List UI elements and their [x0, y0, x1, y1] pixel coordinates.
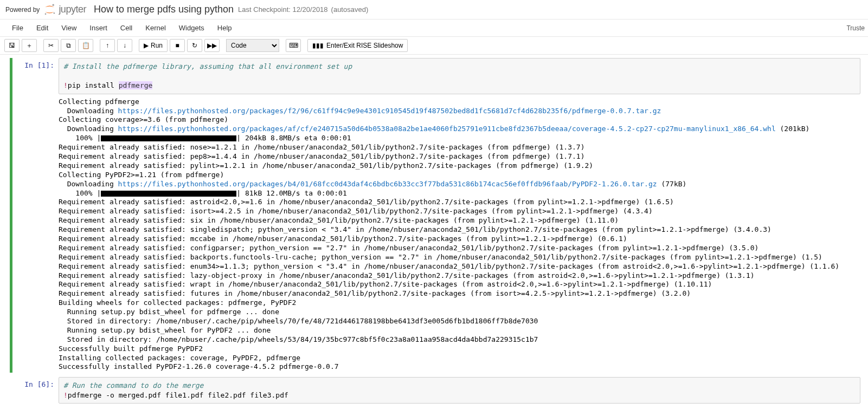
progress-bar: [101, 191, 236, 197]
command-palette-button[interactable]: ⌨: [286, 39, 301, 52]
code-cell-2[interactable]: In [6]: # Run the command to do the merg…: [10, 377, 868, 404]
menubar: File Edit View Insert Cell Kernel Widget…: [0, 20, 868, 37]
code-input[interactable]: # Run the command to do the merge !pdfme…: [59, 377, 860, 404]
input-prompt: In [1]:: [10, 58, 59, 373]
menu-widgets[interactable]: Widgets: [172, 21, 211, 35]
keyboard-icon: ⌨: [289, 42, 298, 49]
restart-button[interactable]: ↻: [187, 39, 202, 52]
svg-point-1: [53, 4, 54, 6]
menu-insert[interactable]: Insert: [83, 21, 114, 35]
checkpoint-label: Last Checkpoint: 12/20/2018: [238, 5, 328, 14]
notebook-title[interactable]: How to merge pdfs using python: [94, 4, 234, 15]
menu-cell[interactable]: Cell: [114, 21, 139, 35]
cut-icon: ✂: [48, 42, 54, 49]
restart-icon: ↻: [192, 42, 197, 49]
run-label: Run: [151, 42, 163, 49]
cell-output: Collecting pdfmerge Downloading https://…: [59, 94, 860, 373]
fast-forward-icon: ▶▶: [207, 42, 217, 49]
interrupt-button[interactable]: ■: [170, 39, 185, 52]
move-down-button[interactable]: ↓: [117, 39, 132, 52]
autosaved-label: (autosaved): [331, 5, 369, 14]
move-up-button[interactable]: ↑: [100, 39, 115, 52]
download-link-coverage[interactable]: https://files.pythonhosted.org/packages/…: [118, 125, 776, 133]
rise-slideshow-button[interactable]: ▮▮▮Enter/Exit RISE Slideshow: [307, 39, 408, 52]
download-link-pdfmerge[interactable]: https://files.pythonhosted.org/packages/…: [118, 107, 661, 115]
paste-icon: 📋: [82, 42, 90, 49]
menu-file[interactable]: File: [5, 21, 30, 35]
cut-button[interactable]: ✂: [43, 39, 59, 52]
jupyter-logo-text: jupyter: [59, 4, 86, 15]
menu-kernel[interactable]: Kernel: [139, 21, 172, 35]
jupyter-icon: [43, 3, 56, 16]
code-cell-1[interactable]: In [1]: # Install the pdfmerge library, …: [10, 58, 868, 373]
save-icon: 🖫: [9, 42, 15, 49]
menu-view[interactable]: View: [55, 21, 83, 35]
arrow-up-icon: ↑: [106, 42, 109, 49]
copy-button[interactable]: ⧉: [61, 39, 76, 52]
svg-point-3: [54, 12, 55, 14]
jupyter-logo[interactable]: jupyter: [43, 3, 86, 16]
code-input[interactable]: # Install the pdfmerge library, assuming…: [59, 58, 860, 94]
restart-run-all-button[interactable]: ▶▶: [204, 39, 220, 52]
add-cell-button[interactable]: ＋: [22, 39, 37, 52]
run-button[interactable]: ▶Run: [139, 39, 168, 52]
arrow-down-icon: ↓: [123, 42, 126, 49]
run-icon: ▶: [144, 42, 149, 49]
save-button[interactable]: 🖫: [4, 39, 20, 52]
stop-icon: ■: [175, 42, 179, 49]
toolbar: 🖫 ＋ ✂ ⧉ 📋 ↑ ↓ ▶Run ■ ↻ ▶▶ Code ⌨ ▮▮▮Ente…: [0, 37, 868, 55]
trusted-indicator[interactable]: Truste: [846, 24, 865, 32]
svg-point-2: [45, 14, 47, 15]
input-prompt: In [6]:: [10, 377, 59, 404]
bar-chart-icon: ▮▮▮: [312, 42, 324, 49]
slideshow-label: Enter/Exit RISE Slideshow: [326, 42, 403, 49]
menu-help[interactable]: Help: [211, 21, 239, 35]
menu-edit[interactable]: Edit: [30, 21, 55, 35]
header-bar: Powered by jupyter How to merge pdfs usi…: [0, 0, 868, 20]
notebook-container: In [1]: # Install the pdfmerge library, …: [0, 55, 868, 416]
celltype-select[interactable]: Code: [226, 39, 279, 52]
paste-button[interactable]: 📋: [78, 39, 93, 52]
powered-by-label: Powered by: [5, 6, 40, 14]
copy-icon: ⧉: [66, 42, 71, 49]
plus-icon: ＋: [26, 41, 33, 50]
download-link-pypdf2[interactable]: https://files.pythonhosted.org/packages/…: [118, 180, 657, 188]
progress-bar: [101, 135, 236, 141]
